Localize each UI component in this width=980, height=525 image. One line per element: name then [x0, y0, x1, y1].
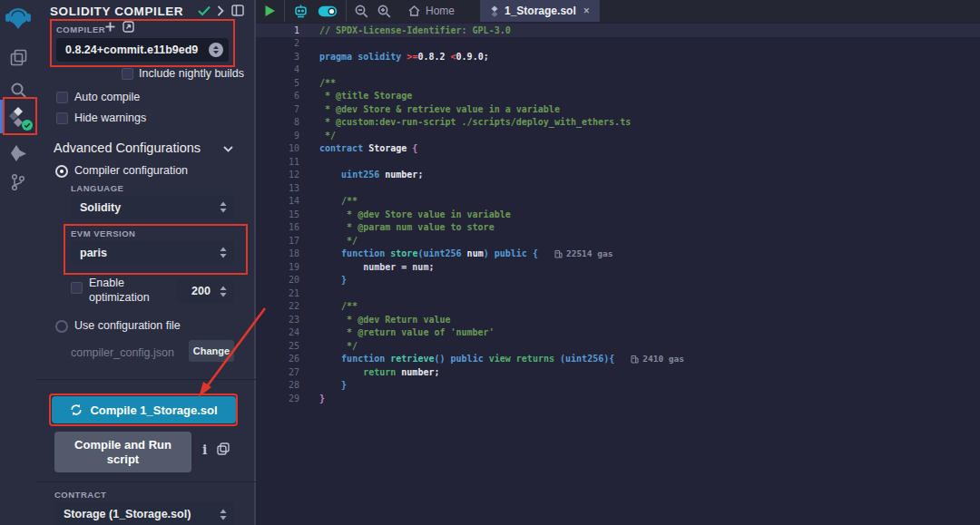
code-line[interactable]: 3pragma solidity >=0.8.2 <0.9.0; [256, 50, 980, 63]
advanced-configurations-header[interactable]: Advanced Configurations [54, 141, 201, 155]
line-number: 10 [256, 143, 319, 153]
optimization-runs-value: 200 [186, 285, 220, 297]
add-custom-compiler-icon[interactable] [105, 22, 115, 32]
code-line[interactable]: 19 number = num; [256, 260, 980, 274]
run-script-segment[interactable] [256, 0, 285, 22]
code-line[interactable]: 29} [256, 392, 980, 405]
nightly-builds-checkbox[interactable] [122, 68, 133, 80]
code-line[interactable]: 15 * @dev Store value in variable [256, 208, 980, 221]
chevron-down-icon[interactable] [223, 146, 233, 152]
copilot-toggle-icon[interactable] [318, 5, 338, 17]
code-line[interactable]: 11 [256, 155, 980, 169]
line-number: 11 [256, 157, 319, 167]
evm-version-select[interactable]: paris [71, 241, 234, 264]
line-number: 17 [256, 236, 319, 246]
pin-panel-icon[interactable] [231, 5, 244, 16]
line-number: 14 [256, 196, 319, 206]
zoom-in-icon[interactable] [377, 5, 391, 18]
code-line[interactable]: 26 function retrieve() public view retur… [256, 353, 980, 366]
optimization-runs-input[interactable]: 200 [177, 279, 234, 303]
code-line[interactable]: 12 uint256 number; [256, 169, 980, 182]
compile-and-run-button[interactable]: Compile and Run script [54, 432, 191, 472]
search-icon[interactable] [0, 74, 36, 105]
evm-version-value: paris [80, 247, 220, 259]
copy-to-playground-icon[interactable] [217, 442, 230, 455]
code-line[interactable]: 5/** [256, 76, 980, 90]
line-number: 20 [256, 275, 319, 285]
code-editor[interactable]: 1// SPDX-License-Identifier: GPL-3.023pr… [256, 22, 980, 525]
compiler-configuration-radio[interactable] [55, 165, 68, 178]
git-branch-icon[interactable] [0, 167, 36, 198]
line-number: 19 [256, 262, 319, 272]
solidity-compiler-icon[interactable] [0, 102, 36, 132]
solidity-compiler-panel: SOLIDITY COMPILER COMPILER 0.8.24+commit… [36, 0, 256, 525]
line-number: 21 [256, 288, 319, 298]
close-tab-icon[interactable]: × [583, 5, 590, 17]
code-line[interactable]: 27 return number; [256, 365, 980, 379]
tab-1-storage-sol[interactable]: 1_Storage.sol × [480, 0, 600, 22]
remix-logo[interactable] [0, 2, 36, 34]
line-number: 12 [256, 170, 319, 180]
hide-warnings-checkbox[interactable] [56, 112, 68, 124]
robot-icon[interactable] [293, 5, 309, 18]
compiler-section-label: COMPILER [56, 24, 105, 34]
compiler-version-select[interactable]: 0.8.24+commit.e11b9ed9 [56, 38, 229, 62]
line-number: 7 [256, 104, 319, 114]
contract-select[interactable]: Storage (1_Storage.sol) [54, 502, 234, 525]
language-select[interactable]: Solidity [71, 196, 234, 219]
code-line[interactable]: 25 */ [256, 339, 980, 353]
chevron-right-icon[interactable] [217, 5, 224, 16]
line-number: 18 [256, 248, 319, 258]
code-line[interactable]: 22 /** [256, 300, 980, 314]
code-line[interactable]: 14 /** [256, 195, 980, 209]
code-line[interactable]: 6 * @title Storage [256, 90, 980, 103]
code-line[interactable]: 17 */ [256, 234, 980, 248]
code-lines: 1// SPDX-License-Identifier: GPL-3.023pr… [256, 24, 980, 405]
play-icon[interactable] [264, 5, 276, 17]
info-icon[interactable]: i [202, 442, 207, 457]
compiler-version-value: 0.8.24+commit.e11b9ed9 [65, 44, 209, 56]
code-line[interactable]: 28 } [256, 379, 980, 393]
hide-warnings-label: Hide warnings [74, 112, 146, 124]
line-number: 6 [256, 91, 319, 101]
code-line[interactable]: 21 [256, 287, 980, 300]
assistant-segment[interactable] [285, 0, 347, 22]
enable-optimization-checkbox[interactable] [71, 282, 83, 294]
open-compiler-file-icon[interactable] [122, 21, 134, 33]
language-value: Solidity [80, 201, 220, 214]
contract-value: Storage (1_Storage.sol) [64, 508, 220, 520]
code-line[interactable]: 8 * @custom:dev-run-script ./scripts/dep… [256, 116, 980, 130]
code-line[interactable]: 20 } [256, 274, 980, 287]
deploy-run-icon[interactable] [0, 138, 36, 169]
select-stepper-icon [220, 509, 227, 520]
auto-compile-checkbox[interactable] [56, 92, 68, 103]
file-explorer-icon[interactable] [0, 42, 36, 73]
config-file-name: compiler_config.json [71, 346, 174, 359]
panel-title: SOLIDITY COMPILER [50, 5, 183, 18]
code-line[interactable]: 16 * @param num value to store [256, 221, 980, 235]
compile-button[interactable]: Compile 1_Storage.sol [52, 396, 236, 423]
code-line[interactable]: 9 */ [256, 129, 980, 142]
code-line[interactable]: 13 [256, 181, 980, 195]
language-label: LANGUAGE [71, 183, 123, 193]
code-line[interactable]: 4 [256, 63, 980, 77]
code-line[interactable]: 18 function store(uint256 num) public {2… [256, 248, 980, 261]
code-line[interactable]: 24 * @return value of 'number' [256, 326, 980, 340]
line-number: 24 [256, 327, 319, 337]
zoom-segment[interactable] [347, 0, 399, 22]
tab-home[interactable]: Home [399, 0, 464, 22]
version-stepper-icon[interactable] [209, 43, 223, 57]
code-line[interactable]: 10contract Storage { [256, 142, 980, 156]
compile-success-icon [198, 5, 211, 16]
compiled-check-badge [22, 120, 33, 131]
code-line[interactable]: 23 * @dev Return value [256, 313, 980, 326]
code-line[interactable]: 7 * @dev Store & retrieve value in a var… [256, 102, 980, 116]
refresh-icon [70, 403, 83, 416]
zoom-out-icon[interactable] [355, 5, 368, 18]
use-configuration-file-radio[interactable] [55, 320, 68, 333]
code-line[interactable]: 2 [256, 37, 980, 51]
gas-estimate-badge: 22514 gas [554, 248, 612, 258]
compile-button-label: Compile 1_Storage.sol [90, 403, 217, 417]
change-config-button[interactable]: Change [189, 340, 234, 362]
code-line[interactable]: 1// SPDX-License-Identifier: GPL-3.0 [256, 24, 980, 37]
